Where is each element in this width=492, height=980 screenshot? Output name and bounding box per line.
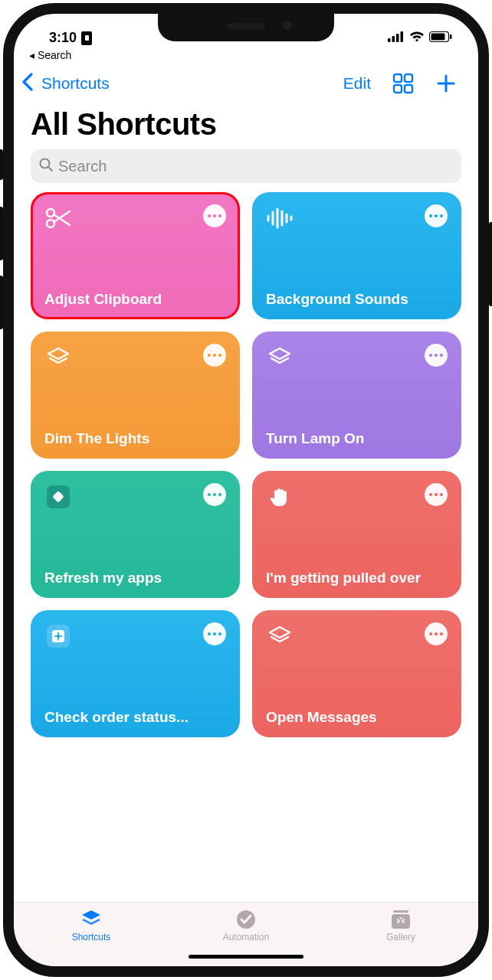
search-input[interactable]: Search [31, 149, 461, 183]
svg-point-14 [47, 220, 54, 227]
status-time: 3:10 [49, 30, 77, 46]
shortcut-tile[interactable]: Background Sounds [252, 192, 461, 319]
tab-label: Gallery [386, 932, 415, 942]
svg-line-12 [48, 167, 52, 171]
svg-rect-10 [405, 85, 412, 93]
svg-point-25 [57, 635, 60, 638]
title-area: All Shortcuts [14, 103, 478, 149]
battery-icon [429, 30, 452, 46]
shortcut-tile[interactable]: Adjust Clipboard [31, 192, 240, 319]
svg-rect-7 [394, 74, 402, 82]
shortcut-tile[interactable]: Open Messages [252, 610, 461, 737]
tile-more-button[interactable] [203, 483, 226, 506]
tab-label: Shortcuts [72, 932, 111, 942]
tile-label: Open Messages [266, 709, 448, 727]
edit-button[interactable]: Edit [336, 70, 379, 97]
svg-rect-8 [405, 74, 412, 82]
automation-tab-icon [235, 909, 257, 930]
scissors-icon [44, 204, 72, 232]
shortcut-tile[interactable]: I'm getting pulled over [252, 471, 461, 598]
hand-icon [266, 483, 294, 511]
grid-view-button[interactable] [385, 70, 421, 97]
tile-more-button[interactable] [425, 344, 448, 367]
shortcut-tile[interactable]: Turn Lamp On [252, 332, 461, 459]
svg-rect-9 [394, 85, 402, 93]
tile-more-button[interactable] [425, 483, 448, 506]
tile-label: Background Sounds [266, 291, 448, 309]
back-chevron-icon[interactable] [20, 70, 35, 96]
phone-frame: 3:10 ◂ Search [3, 3, 489, 977]
tile-label: Refresh my apps [44, 570, 226, 587]
svg-rect-3 [401, 31, 404, 42]
notch [158, 14, 334, 41]
svg-rect-5 [431, 34, 445, 41]
tile-more-button[interactable] [425, 204, 448, 227]
tab-label: Automation [223, 932, 270, 942]
search-icon [38, 157, 54, 176]
shortcuts-tab-icon [80, 909, 103, 930]
back-to-search-breadcrumb[interactable]: ◂ Search [14, 47, 478, 64]
svg-rect-27 [393, 910, 408, 913]
search-placeholder: Search [58, 158, 107, 175]
tab-shortcuts[interactable]: Shortcuts [45, 909, 137, 942]
svg-rect-28 [392, 914, 410, 929]
svg-rect-23 [52, 491, 64, 503]
home-indicator[interactable] [189, 955, 303, 959]
page-title: All Shortcuts [31, 107, 461, 142]
tile-more-button[interactable] [425, 622, 448, 645]
nav-back-label[interactable]: Shortcuts [41, 74, 110, 93]
layers-icon [266, 344, 294, 371]
power-button [489, 222, 492, 306]
svg-point-13 [47, 209, 54, 217]
shortcut-tile[interactable]: Dim The Lights [31, 332, 240, 459]
add-button[interactable] [428, 70, 464, 97]
wifi-icon [409, 30, 425, 46]
diamond-icon [44, 483, 72, 511]
cellular-icon [388, 30, 405, 46]
shortcut-tile[interactable]: Check order status... [31, 610, 240, 737]
svg-rect-2 [396, 34, 399, 42]
tile-label: Turn Lamp On [266, 430, 448, 448]
tab-gallery[interactable]: Gallery [355, 909, 447, 942]
tile-label: Check order status... [44, 709, 226, 727]
tile-label: Dim The Lights [44, 430, 226, 448]
tab-automation[interactable]: Automation [200, 909, 292, 942]
nav-bar: Shortcuts Edit [14, 64, 478, 103]
tile-label: I'm getting pulled over [266, 570, 448, 587]
layers-icon [44, 344, 72, 371]
layers-icon [266, 622, 294, 650]
tile-more-button[interactable] [203, 204, 226, 227]
svg-rect-6 [450, 34, 452, 39]
appstore-icon [44, 622, 72, 650]
tile-more-button[interactable] [203, 344, 226, 367]
svg-rect-0 [388, 38, 391, 42]
waveform-icon [266, 204, 294, 232]
gallery-tab-icon [389, 909, 412, 930]
shortcuts-grid-area[interactable]: Adjust ClipboardBackground SoundsDim The… [14, 192, 478, 902]
tile-label: Adjust Clipboard [44, 291, 226, 309]
shortcut-tile[interactable]: Refresh my apps [31, 471, 240, 598]
svg-rect-1 [392, 36, 395, 42]
sim-icon [81, 31, 92, 45]
tile-more-button[interactable] [203, 622, 226, 645]
